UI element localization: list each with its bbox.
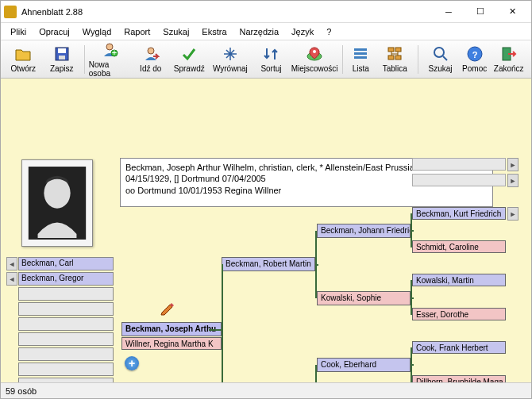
- tree-right-arrow[interactable]: ►: [507, 174, 519, 187]
- node-mgf[interactable]: Cook, Eberhard: [317, 358, 411, 372]
- close-button[interactable]: ✕: [496, 2, 528, 22]
- check-icon: [180, 45, 198, 63]
- toolbar-check[interactable]: Sprawdź: [170, 42, 209, 77]
- menu-wyglad[interactable]: Wygląd: [76, 25, 118, 39]
- sidebar-empty: [18, 363, 114, 376]
- toolbar-label: Zakończ: [494, 64, 524, 73]
- toolbar-open[interactable]: Otwórz: [4, 42, 43, 77]
- list-icon: [352, 45, 369, 63]
- svg-rect-2: [59, 56, 65, 59]
- sort-icon: [262, 45, 279, 63]
- node-mgf-f[interactable]: Cook, Frank Herbert: [412, 341, 506, 354]
- toolbar-label: Otwórz: [10, 64, 36, 73]
- toolbar-help[interactable]: ?Pomoc: [460, 42, 490, 77]
- toolbar-save[interactable]: Zapisz: [43, 42, 82, 77]
- svg-rect-13: [388, 48, 394, 52]
- search-icon: [432, 45, 449, 63]
- toolbar-label: Idź do: [140, 64, 161, 73]
- node-empty: [412, 174, 506, 186]
- toolbar-newperson[interactable]: +Nowa osoba: [88, 42, 132, 77]
- toolbar-list[interactable]: Lista: [345, 42, 376, 77]
- sidebar-left-arrow[interactable]: ◄: [6, 257, 17, 270]
- toolbar-label: Sortuj: [260, 64, 281, 73]
- menu-narzedzia[interactable]: Narzędzia: [233, 25, 286, 39]
- svg-rect-15: [388, 56, 394, 59]
- tree-right-arrow[interactable]: ►: [507, 158, 519, 171]
- node-father[interactable]: Beckman, Robert Martin: [222, 257, 315, 271]
- toolbar-label: Tablica: [383, 64, 407, 73]
- sidebar-empty: [18, 317, 114, 331]
- menu-pliki[interactable]: Pliki: [4, 25, 33, 39]
- titlebar: Ahnenblatt 2.88 ─ ☐ ✕: [1, 1, 531, 23]
- node-mgf-m[interactable]: Dillborn, Brunhilde Maga: [412, 375, 506, 382]
- toolbar-goto[interactable]: Idź do: [131, 42, 170, 77]
- sidebar-empty: [18, 378, 114, 382]
- edit-icon[interactable]: [160, 301, 175, 317]
- sidebar-item[interactable]: Beckman, Gregor: [18, 272, 114, 286]
- svg-rect-10: [354, 48, 367, 51]
- svg-rect-11: [354, 52, 367, 55]
- node-pgf-m[interactable]: Schmidt, Caroline: [412, 240, 506, 253]
- toolbar: OtwórzZapisz+Nowa osobaIdź doSprawdźWyró…: [1, 40, 531, 79]
- svg-point-9: [313, 50, 316, 53]
- toolbar-label: Pomoc: [462, 64, 487, 73]
- add-button[interactable]: +: [125, 356, 139, 370]
- sidebar-empty: [18, 302, 114, 316]
- menu-ekstra[interactable]: Ekstra: [195, 25, 233, 39]
- newperson-icon: +: [101, 41, 118, 59]
- node-pgm-m[interactable]: Esser, Dorothe: [412, 308, 506, 320]
- svg-text:+: +: [112, 48, 117, 57]
- toolbar-align[interactable]: Wyrównaj: [208, 42, 252, 77]
- sidebar-empty: [18, 287, 114, 301]
- open-icon: [14, 45, 32, 63]
- node-pgf[interactable]: Beckman, Johann Friedrich: [317, 224, 411, 238]
- svg-rect-1: [58, 48, 66, 53]
- toolbar-label: Miejscowości: [291, 64, 338, 73]
- status-text: 59 osób: [6, 386, 37, 396]
- menu-help[interactable]: ?: [320, 25, 337, 39]
- canvas: Beckman, Joseph Arthur Wilhelm, christia…: [1, 79, 531, 382]
- goto-icon: [142, 45, 160, 63]
- svg-point-17: [434, 48, 444, 57]
- tree-right-arrow[interactable]: ►: [507, 207, 519, 221]
- node-pgm[interactable]: Kowalski, Sophie: [317, 291, 411, 305]
- menu-jezyk[interactable]: Język: [285, 25, 320, 39]
- svg-rect-16: [395, 56, 401, 59]
- toolbar-search[interactable]: Szukaj: [421, 42, 460, 77]
- toolbar-label: Zapisz: [50, 64, 73, 73]
- minimize-button[interactable]: ─: [433, 2, 465, 22]
- sidebar-item[interactable]: Beckman, Carl: [18, 257, 114, 270]
- person-photo[interactable]: [21, 159, 93, 247]
- toolbar-label: Nowa osoba: [89, 60, 131, 78]
- svg-point-6: [148, 48, 154, 54]
- svg-text:?: ?: [472, 50, 477, 59]
- toolbar-board[interactable]: Tablica: [376, 42, 414, 77]
- node-empty: [412, 158, 506, 171]
- node-main[interactable]: Beckman, Joseph Arthu: [121, 322, 222, 336]
- board-icon: [386, 45, 403, 63]
- statusbar: 59 osób: [1, 382, 531, 398]
- node-pgf-f[interactable]: Beckman, Kurt Friedrich: [412, 207, 506, 220]
- menu-opracuj[interactable]: Opracuj: [33, 25, 76, 39]
- node-pgm-f[interactable]: Kowalski, Martin: [412, 274, 506, 286]
- sidebar-left-arrow2[interactable]: ◄: [6, 272, 17, 286]
- exit-icon: [500, 45, 518, 63]
- node-spouse[interactable]: Willner, Regina Martha K: [121, 337, 222, 350]
- maximize-button[interactable]: ☐: [465, 2, 496, 22]
- save-icon: [53, 45, 71, 63]
- svg-rect-12: [354, 56, 367, 59]
- svg-point-23: [44, 178, 70, 209]
- window-title: Ahnenblatt 2.88: [21, 7, 433, 17]
- sidebar-empty: [18, 347, 114, 361]
- svg-rect-14: [395, 48, 401, 52]
- menu-szukaj[interactable]: Szukaj: [156, 25, 195, 39]
- sidebar-empty: [18, 332, 114, 346]
- toolbar-label: Lista: [353, 64, 369, 73]
- svg-point-7: [229, 52, 232, 56]
- toolbar-label: Szukaj: [429, 64, 453, 73]
- menu-raport[interactable]: Raport: [118, 25, 156, 39]
- toolbar-label: Wyrównaj: [213, 64, 248, 73]
- toolbar-exit[interactable]: Zakończ: [489, 42, 528, 77]
- toolbar-sort[interactable]: Sortuj: [252, 42, 291, 77]
- toolbar-places[interactable]: Miejscowości: [291, 42, 339, 77]
